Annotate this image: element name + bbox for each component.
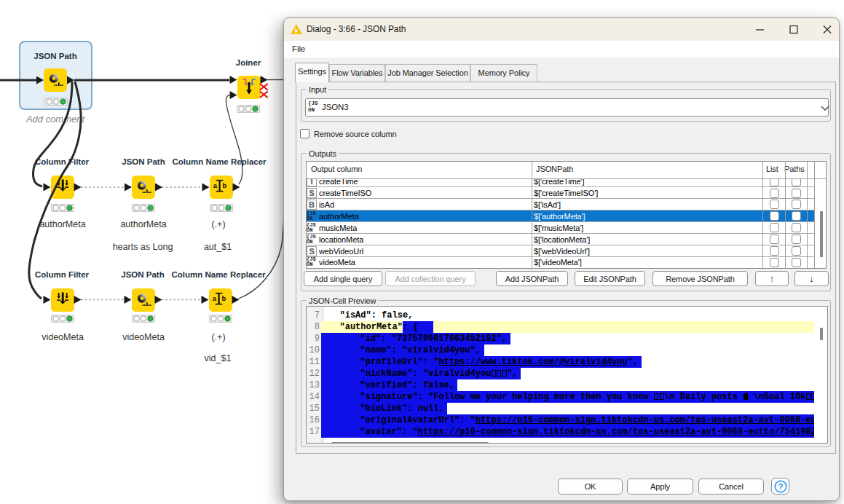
svg-text:?: ? bbox=[778, 482, 783, 491]
